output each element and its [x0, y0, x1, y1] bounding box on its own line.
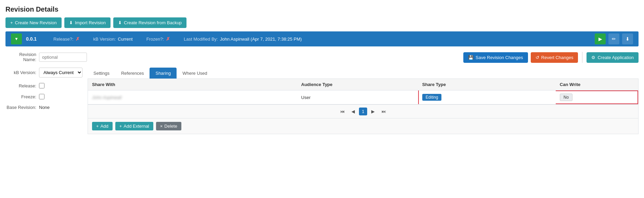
import-revision-button[interactable]: ⬇ Import Revision — [64, 17, 111, 28]
sharing-table-container: Share With Audience Type Share Type Can … — [88, 79, 639, 134]
release-field: Release?: ✗ — [53, 36, 80, 42]
revision-bar: ▼ 0.0.1 Release?: ✗ kB Version: Current … — [5, 31, 639, 46]
last-modified-label: Last Modified By: — [184, 37, 218, 42]
table-row: John Aspinwall User Editing No — [88, 90, 638, 104]
revision-name-label: Revision Name: — [5, 52, 36, 62]
page-prev-button[interactable]: ◀ — [349, 108, 358, 115]
top-buttons-row: + Create New Revision ⬇ Import Revision … — [5, 17, 639, 28]
share-type-cell: Editing — [418, 90, 556, 104]
tab-sharing[interactable]: Sharing — [150, 68, 177, 79]
main-area: Revision Name: kB Version: Always Curren… — [5, 52, 639, 134]
add-button[interactable]: + Add — [92, 122, 113, 130]
release-label: Release?: — [53, 37, 74, 42]
download-icon: ⬇ — [69, 20, 73, 25]
release-checkbox[interactable] — [39, 83, 44, 88]
bar-actions: ▶ ✏ ⬇ — [595, 33, 633, 44]
download-icon-2: ⬇ — [118, 20, 122, 25]
page-next-button[interactable]: ▶ — [369, 108, 377, 115]
version-number: 0.0.1 — [26, 36, 40, 42]
share-type-badge: Editing — [422, 94, 442, 101]
base-revision-label: Base Revision: — [5, 105, 36, 110]
audience-type-cell: User — [297, 90, 418, 104]
last-modified-field: Last Modified By: John Aspinwall (Apr 7,… — [184, 37, 302, 42]
col-header-share-type: Share Type — [418, 79, 556, 90]
page-last-button[interactable]: ⏭ — [379, 108, 389, 115]
save-revision-button[interactable]: 💾 Save Revision Changes — [463, 52, 528, 63]
add-external-icon: + — [119, 124, 122, 129]
release-form-label: Release: — [5, 83, 36, 88]
release-checkbox-field: Release: — [5, 83, 79, 88]
app-icon: ⚙ — [591, 55, 595, 60]
create-application-button[interactable]: ⚙ Create Application — [587, 52, 639, 63]
frozen-value: ✗ — [166, 36, 170, 42]
add-icon: + — [96, 124, 99, 129]
revision-name-field: Revision Name: — [5, 52, 79, 62]
save-icon: 💾 — [468, 55, 474, 60]
edit-button[interactable]: ✏ — [608, 33, 619, 44]
tab-references[interactable]: References — [115, 68, 150, 79]
play-button[interactable]: ▶ — [595, 33, 606, 44]
kb-version-field: kB Version: Current — [93, 37, 133, 42]
revert-changes-button[interactable]: ↺ Revert Changes — [531, 52, 578, 63]
freeze-checkbox-field: Freeze: — [5, 94, 79, 99]
delete-button[interactable]: × Delete — [156, 122, 181, 130]
create-new-revision-button[interactable]: + Create New Revision — [5, 17, 62, 28]
can-write-cell: No — [556, 90, 638, 104]
revert-icon: ↺ — [536, 55, 539, 60]
tab-where-used[interactable]: Where Used — [177, 68, 213, 79]
page-title: Revision Details — [5, 5, 639, 13]
pagination-row: ⏮ ◀ 1 ▶ ⏭ — [88, 104, 638, 118]
right-panel: 💾 Save Revision Changes ↺ Revert Changes… — [88, 52, 639, 134]
col-header-audience-type: Audience Type — [297, 79, 418, 90]
left-panel: Revision Name: kB Version: Always Curren… — [5, 52, 88, 134]
frozen-label: Frozen?: — [146, 37, 164, 42]
button-divider — [582, 52, 582, 63]
base-revision-field: Base Revision: None — [5, 105, 79, 110]
kb-version-label: kB Version: — [93, 37, 116, 42]
col-header-share-with: Share With — [88, 79, 297, 90]
create-from-backup-button[interactable]: ⬇ Create Revision from Backup — [113, 17, 186, 28]
user-name: John Aspinwall — [92, 95, 121, 100]
frozen-field: Frozen?: ✗ — [146, 36, 170, 42]
page-1-button[interactable]: 1 — [359, 108, 367, 115]
col-header-can-write: Can Write — [556, 79, 638, 90]
delete-icon: × — [160, 124, 163, 129]
base-revision-value: None — [39, 105, 50, 110]
freeze-form-label: Freeze: — [5, 94, 36, 99]
page-first-button[interactable]: ⏮ — [337, 108, 347, 115]
export-button[interactable]: ⬇ — [622, 33, 633, 44]
revision-expand-button[interactable]: ▼ — [11, 33, 22, 44]
freeze-checkbox[interactable] — [39, 94, 44, 99]
can-write-badge: No — [560, 94, 572, 101]
chevron-down-icon: ▼ — [14, 37, 18, 41]
tabs-row: Settings References Sharing Where Used — [88, 68, 639, 79]
sharing-table: Share With Audience Type Share Type Can … — [88, 79, 638, 104]
tab-settings[interactable]: Settings — [88, 68, 115, 79]
kb-version-field-form: kB Version: Always Current — [5, 68, 79, 77]
action-buttons-row: 💾 Save Revision Changes ↺ Revert Changes… — [88, 52, 639, 63]
table-header-row: Share With Audience Type Share Type Can … — [88, 79, 638, 90]
table-actions-row: + Add + Add External × Delete — [88, 118, 638, 134]
add-external-button[interactable]: + Add External — [115, 122, 153, 130]
last-modified-value: John Aspinwall (Apr 7, 2021, 7:38:25 PM) — [220, 37, 302, 42]
share-with-cell: John Aspinwall — [88, 90, 297, 104]
kb-version-value: Current — [118, 37, 132, 42]
plus-icon: + — [10, 20, 13, 25]
revision-name-input[interactable] — [39, 53, 87, 62]
kb-version-select[interactable]: Always Current — [39, 68, 82, 77]
kb-version-form-label: kB Version: — [5, 70, 36, 75]
release-value: ✗ — [76, 36, 80, 42]
